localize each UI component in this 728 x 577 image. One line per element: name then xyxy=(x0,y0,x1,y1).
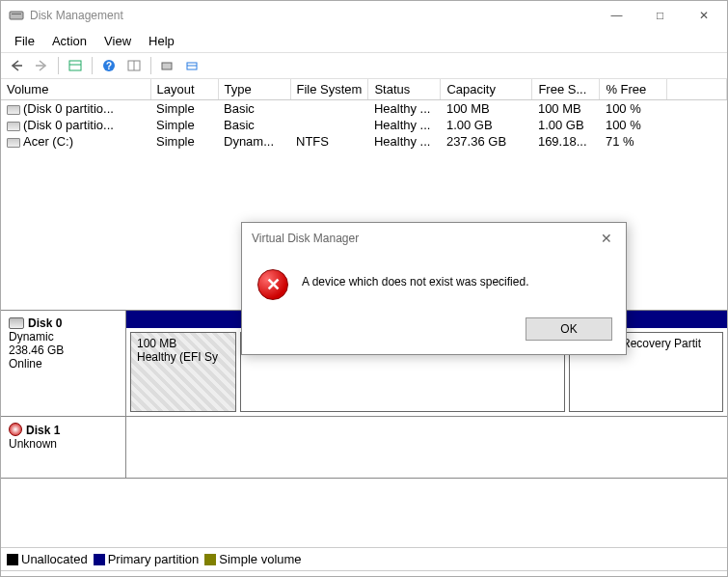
menu-help[interactable]: Help xyxy=(141,32,182,50)
cell-layout: Simple xyxy=(150,117,218,133)
maximize-button[interactable]: □ xyxy=(638,2,682,29)
svg-rect-8 xyxy=(162,63,172,69)
window-title: Disk Management xyxy=(30,9,595,22)
col-volume[interactable]: Volume xyxy=(1,79,150,100)
cell-cap: 100 MB xyxy=(441,100,532,118)
disk-icon xyxy=(9,317,24,329)
toolbar-separator xyxy=(58,57,59,74)
col-status[interactable]: Status xyxy=(368,79,441,100)
svg-rect-1 xyxy=(12,14,21,14)
tool-icon[interactable] xyxy=(156,55,179,76)
swatch-simple xyxy=(204,554,216,565)
close-button[interactable]: ✕ xyxy=(682,2,725,29)
cell-cap: 237.36 GB xyxy=(441,133,532,150)
disk0-state: Online xyxy=(9,357,118,371)
menu-file[interactable]: File xyxy=(7,32,42,50)
cell-status: Healthy ... xyxy=(368,100,441,118)
cell-free: 1.00 GB xyxy=(532,117,600,133)
cell-fs xyxy=(290,100,368,118)
cell-free: 100 MB xyxy=(532,100,600,118)
cell-fs xyxy=(290,117,368,133)
svg-rect-2 xyxy=(69,61,81,70)
cell-type: Basic xyxy=(218,100,290,118)
cell-pct: 71 % xyxy=(600,133,667,150)
partition-efi[interactable]: 100 MB Healthy (EFI Sy xyxy=(130,332,236,412)
disk0-name: Disk 0 xyxy=(28,316,62,330)
help-icon[interactable]: ? xyxy=(97,55,121,76)
ok-button[interactable]: OK xyxy=(526,317,612,341)
table-row[interactable]: Acer (C:) Simple Dynam... NTFS Healthy .… xyxy=(1,133,727,150)
col-spacer xyxy=(667,79,727,100)
menu-view[interactable]: View xyxy=(96,32,139,50)
cell-status: Healthy ... xyxy=(368,133,441,150)
properties-icon[interactable] xyxy=(64,55,87,76)
cell-type: Basic xyxy=(218,117,290,133)
table-row[interactable]: (Disk 0 partitio... Simple Basic Healthy… xyxy=(1,117,727,133)
toolbar-separator xyxy=(150,57,151,74)
volume-icon xyxy=(7,105,20,115)
cell-type: Dynam... xyxy=(218,133,290,150)
app-icon xyxy=(9,8,24,23)
swatch-primary xyxy=(94,554,105,565)
legend: Unallocated Primary partition Simple vol… xyxy=(1,547,727,570)
partition-status: Healthy (EFI Sy xyxy=(137,350,229,364)
disk0-header: Disk 0 Dynamic 238.46 GB Online xyxy=(1,311,126,416)
col-capacity[interactable]: Capacity xyxy=(441,79,532,100)
menu-action[interactable]: Action xyxy=(44,32,94,50)
col-freespace[interactable]: Free S... xyxy=(532,79,600,100)
volume-icon xyxy=(7,122,20,131)
cell-pct: 100 % xyxy=(600,100,667,118)
error-dialog: Virtual Disk Manager ✕ ✕ A device which … xyxy=(241,222,627,355)
cell-cap: 1.00 GB xyxy=(441,117,532,133)
col-filesystem[interactable]: File System xyxy=(290,79,368,100)
disk1-header: Disk 1 Unknown xyxy=(1,417,126,478)
titlebar[interactable]: Disk Management — □ ✕ xyxy=(1,1,727,30)
partition-size: 100 MB xyxy=(137,337,229,350)
dialog-close-icon[interactable]: ✕ xyxy=(597,231,616,246)
cell-free: 169.18... xyxy=(532,133,600,150)
tool-icon[interactable] xyxy=(181,55,204,76)
disk-error-icon xyxy=(9,423,22,436)
statusbar xyxy=(1,570,727,576)
toolbar: ? xyxy=(1,52,727,79)
disk1-row[interactable]: Disk 1 Unknown xyxy=(1,417,727,479)
legend-primary: Primary partition xyxy=(108,552,200,566)
minimize-button[interactable]: — xyxy=(595,2,638,29)
svg-text:?: ? xyxy=(106,61,112,71)
cell-layout: Simple xyxy=(150,100,218,118)
col-layout[interactable]: Layout xyxy=(150,79,218,100)
col-type[interactable]: Type xyxy=(218,79,290,100)
cell-fs: NTFS xyxy=(290,133,368,150)
disk1-map xyxy=(126,417,727,478)
cell-status: Healthy ... xyxy=(368,117,441,133)
dialog-titlebar[interactable]: Virtual Disk Manager ✕ xyxy=(242,223,626,254)
cell-layout: Simple xyxy=(150,133,218,150)
swatch-unallocated xyxy=(7,554,18,565)
table-header-row: Volume Layout Type File System Status Ca… xyxy=(1,79,727,100)
disk0-type: Dynamic xyxy=(9,330,118,343)
table-row[interactable]: (Disk 0 partitio... Simple Basic Healthy… xyxy=(1,100,727,118)
cell-volume: (Disk 0 partitio... xyxy=(23,118,114,132)
legend-simple: Simple volume xyxy=(219,552,301,566)
cell-volume: Acer (C:) xyxy=(23,134,73,149)
cell-pct: 100 % xyxy=(600,117,667,133)
col-pctfree[interactable]: % Free xyxy=(600,79,667,100)
refresh-icon[interactable] xyxy=(122,55,146,76)
forward-button[interactable] xyxy=(30,55,53,76)
menubar: File Action View Help xyxy=(1,30,727,52)
disk0-size: 238.46 GB xyxy=(9,343,118,357)
toolbar-separator xyxy=(92,57,93,74)
volume-icon xyxy=(7,138,20,148)
volume-table[interactable]: Volume Layout Type File System Status Ca… xyxy=(1,79,727,150)
dialog-title: Virtual Disk Manager xyxy=(252,232,597,245)
cell-volume: (Disk 0 partitio... xyxy=(23,101,114,116)
svg-rect-0 xyxy=(10,12,23,19)
back-button[interactable] xyxy=(5,55,28,76)
disk1-name: Disk 1 xyxy=(26,424,60,437)
error-icon: ✕ xyxy=(257,269,288,300)
disk1-state: Unknown xyxy=(9,437,118,451)
dialog-message: A device which does not exist was specif… xyxy=(302,269,528,288)
legend-unallocated: Unallocated xyxy=(21,552,88,566)
